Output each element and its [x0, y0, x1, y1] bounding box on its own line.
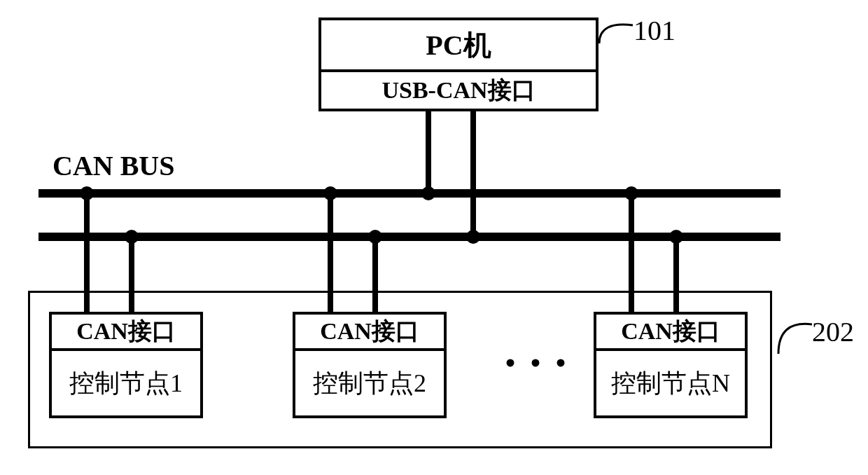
- dot-pc-top: [421, 186, 435, 200]
- control-node-1-label: 控制节点1: [52, 351, 200, 415]
- dot-n2-bot: [368, 230, 382, 244]
- dot-pc-bot: [466, 230, 480, 244]
- dot-n1-bot: [125, 230, 139, 244]
- pc-block: PC机 USB-CAN接口: [318, 18, 598, 111]
- usb-can-interface-label: USB-CAN接口: [321, 72, 596, 109]
- dot-nN-top: [624, 186, 638, 200]
- control-node-2: CAN接口 控制节点2: [293, 312, 447, 418]
- ref-101: 101: [634, 14, 676, 47]
- control-node-1: CAN接口 控制节点1: [49, 312, 203, 418]
- control-node-n: CAN接口 控制节点N: [594, 312, 748, 418]
- can-interface-label: CAN接口: [295, 315, 444, 351]
- control-node-2-label: 控制节点2: [295, 351, 444, 415]
- ref-202: 202: [812, 315, 854, 348]
- pc-drop-right: [470, 111, 476, 237]
- pc-title: PC机: [321, 20, 596, 72]
- dot-n2-top: [323, 186, 337, 200]
- can-interface-label: CAN接口: [596, 315, 745, 351]
- ellipsis-icon: • • •: [505, 347, 570, 380]
- can-interface-label: CAN接口: [52, 315, 200, 351]
- can-bus-diagram: PC机 USB-CAN接口 101 CAN BUS CAN接口 控制节点1 CA…: [0, 0, 868, 475]
- can-bus-label: CAN BUS: [52, 149, 174, 182]
- can-bus-line-high: [38, 189, 780, 198]
- control-node-n-label: 控制节点N: [596, 351, 745, 415]
- dot-n1-top: [80, 186, 94, 200]
- dot-nN-bot: [669, 230, 683, 244]
- pc-drop-left: [426, 111, 431, 193]
